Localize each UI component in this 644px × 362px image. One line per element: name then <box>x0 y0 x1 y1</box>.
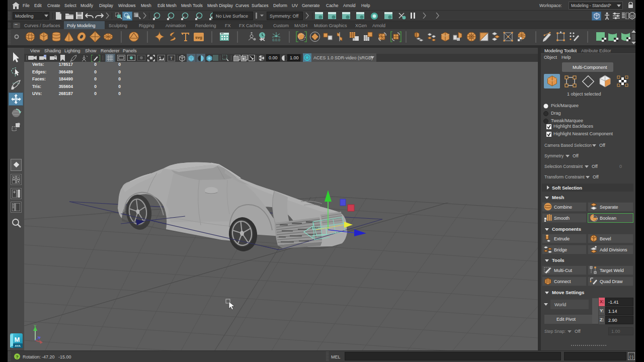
svg-text:M: M <box>15 336 20 343</box>
svg-text:Y: Y <box>34 324 37 328</box>
svg-text:T: T <box>170 56 173 61</box>
svg-text:svg: svg <box>195 35 202 40</box>
svg-text:?: ? <box>16 354 19 359</box>
svg-text:{·}: {·} <box>629 354 633 359</box>
svg-text:0.0.0: 0.0.0 <box>272 38 280 42</box>
svg-text:AYA: AYA <box>15 344 21 347</box>
